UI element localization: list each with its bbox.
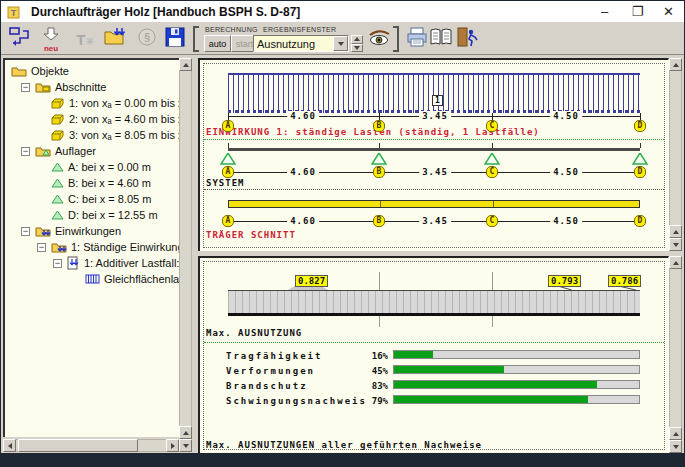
open-folder-icon xyxy=(11,65,27,77)
utilization-bar xyxy=(393,395,640,404)
svg-text:§: § xyxy=(144,31,150,43)
beam-tick xyxy=(640,143,641,148)
result-window-select[interactable]: Ausnutzung xyxy=(253,35,349,52)
save-button[interactable] xyxy=(161,25,189,53)
tree-label: C: bei x = 8.05 m xyxy=(68,193,151,205)
collapse-icon[interactable]: − xyxy=(21,147,30,156)
exit-button[interactable] xyxy=(453,25,481,53)
peak-value-label: 0.793 xyxy=(548,275,581,287)
support-badge-b: B xyxy=(373,215,385,227)
tree-label: B: bei x = 4.60 m xyxy=(68,177,151,189)
tree-item-objekte[interactable]: Objekte xyxy=(11,63,69,79)
tree-label: 1: von xₐ = 0.00 m bis xₑ xyxy=(69,97,179,109)
open-project-button[interactable] xyxy=(101,25,129,53)
span-length: 4.60 xyxy=(287,167,319,177)
check-value: 79% xyxy=(342,396,388,406)
tree-item-einwirkungen[interactable]: − Einwirkungen xyxy=(21,223,121,239)
scroll-up-icon[interactable] xyxy=(179,426,192,439)
new-button[interactable]: neu xyxy=(37,25,65,53)
app-window: T Durchlaufträger Holz [Handbuch BSPH S.… xyxy=(0,0,685,467)
tree-item-gleichflaechenlast[interactable]: Gleichflächenlast xyxy=(85,271,179,287)
scroll-right-icon[interactable] xyxy=(166,439,179,452)
program-flow-button[interactable] xyxy=(5,25,33,53)
support-triangle-icon xyxy=(51,162,64,172)
group-bracket-left xyxy=(193,26,199,52)
object-tree: Objekte − Abschnitte 1: von xₐ = 0.00 m … xyxy=(3,58,179,437)
collapse-icon[interactable]: − xyxy=(21,227,30,236)
distributed-load-diagram xyxy=(228,73,640,113)
tree-item-support-b[interactable]: B: bei x = 4.60 m xyxy=(51,175,151,191)
tree-item-abschnitte[interactable]: − Abschnitte xyxy=(21,79,106,95)
collapse-icon[interactable]: − xyxy=(53,259,62,268)
t-star-icon: T✳ xyxy=(76,31,94,48)
support-badge-c: C xyxy=(486,215,498,227)
traeger-caption: TRÄGER SCHNITT xyxy=(206,230,296,240)
norms-button-disabled[interactable]: § xyxy=(133,25,161,53)
scroll-up-icon[interactable] xyxy=(669,225,682,238)
top-pane-scrollbar[interactable] xyxy=(669,58,682,251)
utilization-bar-fill xyxy=(394,366,504,373)
scroll-up-icon[interactable] xyxy=(179,58,192,71)
result-window-value: Ausnutzung xyxy=(257,38,333,50)
scroll-down-icon[interactable] xyxy=(179,439,192,452)
scroll-up-icon[interactable] xyxy=(669,58,682,71)
peak-value-label: 0.827 xyxy=(295,275,328,287)
tree-item-abschnitt-3[interactable]: 3: von xₐ = 8.05 m bis xₑ xyxy=(51,127,179,143)
view-button[interactable] xyxy=(365,25,393,53)
check-value: 16% xyxy=(342,351,388,361)
collapse-icon[interactable]: − xyxy=(21,83,30,92)
window-bottom-strip xyxy=(1,453,684,466)
scroll-down-icon[interactable] xyxy=(669,238,682,251)
dim-tick xyxy=(492,113,493,120)
bottom-pane-scrollbar[interactable] xyxy=(669,256,682,453)
scrollbar-thumb[interactable] xyxy=(18,439,138,452)
utilization-bar xyxy=(393,380,640,389)
spinner-down-icon[interactable] xyxy=(351,44,363,53)
folder-arrows-icon xyxy=(103,26,127,52)
minimize-button[interactable]: – xyxy=(589,1,620,22)
scroll-down-icon[interactable] xyxy=(669,440,682,453)
combo-dropdown-icon[interactable] xyxy=(333,36,348,51)
scroll-up-icon[interactable] xyxy=(669,427,682,440)
support-badge-c: C xyxy=(486,166,498,178)
tree-horizontal-scrollbar[interactable] xyxy=(3,439,179,452)
span-length: 4.50 xyxy=(550,167,582,177)
dim-tick xyxy=(228,113,229,120)
scroll-up-icon[interactable] xyxy=(669,256,682,269)
tree-item-support-d[interactable]: D: bei x = 12.55 m xyxy=(51,207,158,223)
span-length: 3.45 xyxy=(419,111,451,121)
exit-door-icon xyxy=(455,26,479,52)
tree-item-abschnitt-1[interactable]: 1: von xₐ = 0.00 m bis xₑ xyxy=(51,95,179,111)
collapse-icon[interactable]: − xyxy=(37,243,46,252)
utilization-band xyxy=(228,290,640,313)
new-arrow-icon xyxy=(41,27,61,45)
book-icon xyxy=(429,27,453,51)
tree-item-staendige-einwirkung[interactable]: − 1: Ständige Einwirkung: stä xyxy=(37,239,179,255)
tree-vertical-scrollbar[interactable] xyxy=(179,58,192,452)
tree-item-additiver-lastfall[interactable]: − 1: Additiver Lastfall: E xyxy=(53,255,179,271)
maximize-button[interactable]: ❐ xyxy=(622,1,653,22)
tree-item-auflager[interactable]: − Auflager xyxy=(21,143,96,159)
span-length: 3.45 xyxy=(419,216,451,226)
auto-button[interactable]: auto xyxy=(204,35,231,52)
tree-item-support-c[interactable]: C: bei x = 8.05 m xyxy=(51,191,151,207)
tree-label: Einwirkungen xyxy=(55,225,121,237)
loadcase-icon xyxy=(67,256,80,270)
beam-joint xyxy=(493,201,494,207)
scroll-left-icon[interactable] xyxy=(3,439,16,452)
app-icon: T xyxy=(7,5,21,19)
tree-label: 1: Ständige Einwirkung: stä xyxy=(71,241,179,253)
toolbar: neu T✳ § BERECHNUNG auto start ERGEBNISF… xyxy=(1,22,684,55)
tree-item-support-a[interactable]: A: bei x = 0.00 m xyxy=(51,159,151,175)
manual-button[interactable] xyxy=(427,25,455,53)
tree-item-abschnitt-2[interactable]: 2: von xₐ = 4.60 m bis xₑ xyxy=(51,111,179,127)
spinner-up-icon[interactable] xyxy=(351,35,363,44)
beam-baseline xyxy=(228,313,640,316)
results-pane: 0.827 0.793 0.786 Max. AUSNUTZUNG Tragfä… xyxy=(198,256,669,453)
result-window-spinner[interactable] xyxy=(351,35,363,52)
t-tool-button-disabled[interactable]: T✳ xyxy=(71,25,99,53)
support-badge-a: A xyxy=(222,215,234,227)
close-button[interactable]: ✕ xyxy=(653,1,684,22)
span-length: 4.50 xyxy=(550,216,582,226)
beam-joint xyxy=(380,201,381,207)
